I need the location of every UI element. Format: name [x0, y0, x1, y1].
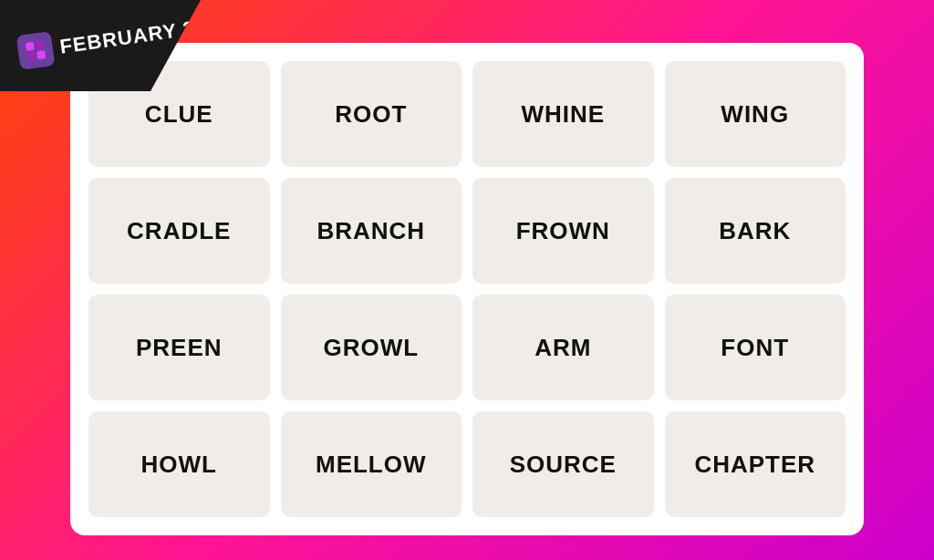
grid-row-2: CRADLE BRANCH FROWN BARK [88, 178, 846, 284]
cell-growl[interactable]: GROWL [281, 295, 462, 400]
svg-rect-0 [26, 42, 35, 51]
cell-font[interactable]: FONT [665, 295, 846, 400]
svg-rect-3 [36, 50, 46, 59]
cell-howl[interactable]: HOWL [88, 411, 270, 517]
svg-rect-1 [36, 40, 45, 49]
cell-arm[interactable]: ARM [472, 295, 654, 400]
cell-branch[interactable]: BRANCH [281, 178, 462, 284]
cell-mellow[interactable]: MELLOW [281, 411, 462, 517]
svg-rect-2 [26, 52, 36, 61]
cell-preen[interactable]: PREEN [88, 295, 270, 400]
cell-bark[interactable]: BARK [665, 178, 846, 284]
cell-frown[interactable]: FROWN [472, 178, 654, 284]
cell-wing[interactable]: WING [665, 61, 846, 167]
cell-whine[interactable]: WHINE [472, 61, 654, 167]
game-board: CLUE ROOT WHINE WING CRADLE BRANCH FROWN… [70, 43, 864, 535]
grid-row-3: PREEN GROWL ARM FONT [88, 295, 846, 400]
cell-root[interactable]: ROOT [281, 61, 462, 167]
grid-row-4: HOWL MELLOW SOURCE CHAPTER [88, 411, 846, 517]
cell-chapter[interactable]: CHAPTER [665, 411, 846, 517]
grid-row-1: CLUE ROOT WHINE WING [88, 61, 846, 167]
cell-cradle[interactable]: CRADLE [88, 178, 270, 284]
app-icon [16, 31, 56, 70]
cell-source[interactable]: SOURCE [472, 411, 654, 517]
